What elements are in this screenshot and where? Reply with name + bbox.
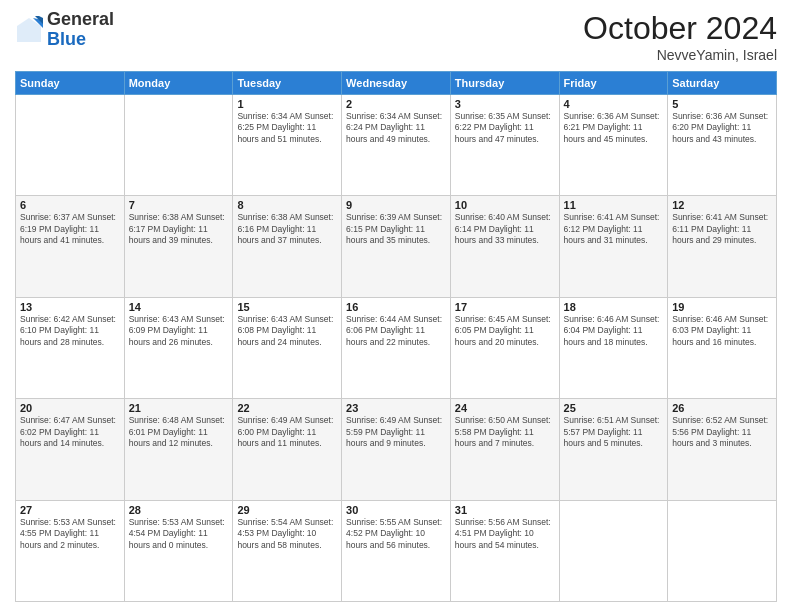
day-number: 6 <box>20 199 120 211</box>
day-number: 9 <box>346 199 446 211</box>
month-title: October 2024 <box>583 10 777 47</box>
day-number: 3 <box>455 98 555 110</box>
day-number: 17 <box>455 301 555 313</box>
day-info: Sunrise: 6:41 AM Sunset: 6:12 PM Dayligh… <box>564 212 664 246</box>
week-row-4: 20Sunrise: 6:47 AM Sunset: 6:02 PM Dayli… <box>16 399 777 500</box>
day-number: 16 <box>346 301 446 313</box>
day-number: 14 <box>129 301 229 313</box>
day-number: 18 <box>564 301 664 313</box>
calendar-cell: 15Sunrise: 6:43 AM Sunset: 6:08 PM Dayli… <box>233 297 342 398</box>
day-info: Sunrise: 5:55 AM Sunset: 4:52 PM Dayligh… <box>346 517 446 551</box>
weekday-header-thursday: Thursday <box>450 72 559 95</box>
day-info: Sunrise: 5:53 AM Sunset: 4:54 PM Dayligh… <box>129 517 229 551</box>
calendar-cell: 8Sunrise: 6:38 AM Sunset: 6:16 PM Daylig… <box>233 196 342 297</box>
calendar-cell: 23Sunrise: 6:49 AM Sunset: 5:59 PM Dayli… <box>342 399 451 500</box>
day-info: Sunrise: 6:48 AM Sunset: 6:01 PM Dayligh… <box>129 415 229 449</box>
calendar-cell: 11Sunrise: 6:41 AM Sunset: 6:12 PM Dayli… <box>559 196 668 297</box>
weekday-header-monday: Monday <box>124 72 233 95</box>
calendar-cell <box>559 500 668 601</box>
week-row-5: 27Sunrise: 5:53 AM Sunset: 4:55 PM Dayli… <box>16 500 777 601</box>
header: General Blue October 2024 NevveYamin, Is… <box>15 10 777 63</box>
calendar-cell: 28Sunrise: 5:53 AM Sunset: 4:54 PM Dayli… <box>124 500 233 601</box>
logo-general: General <box>47 9 114 29</box>
day-number: 2 <box>346 98 446 110</box>
day-number: 27 <box>20 504 120 516</box>
day-info: Sunrise: 6:36 AM Sunset: 6:21 PM Dayligh… <box>564 111 664 145</box>
day-number: 12 <box>672 199 772 211</box>
calendar-cell: 26Sunrise: 6:52 AM Sunset: 5:56 PM Dayli… <box>668 399 777 500</box>
day-info: Sunrise: 6:41 AM Sunset: 6:11 PM Dayligh… <box>672 212 772 246</box>
calendar-cell: 1Sunrise: 6:34 AM Sunset: 6:25 PM Daylig… <box>233 95 342 196</box>
logo: General Blue <box>15 10 114 50</box>
day-info: Sunrise: 6:35 AM Sunset: 6:22 PM Dayligh… <box>455 111 555 145</box>
calendar-cell: 10Sunrise: 6:40 AM Sunset: 6:14 PM Dayli… <box>450 196 559 297</box>
calendar-cell: 13Sunrise: 6:42 AM Sunset: 6:10 PM Dayli… <box>16 297 125 398</box>
logo-icon <box>15 16 43 44</box>
title-block: October 2024 NevveYamin, Israel <box>583 10 777 63</box>
day-number: 28 <box>129 504 229 516</box>
calendar-cell: 29Sunrise: 5:54 AM Sunset: 4:53 PM Dayli… <box>233 500 342 601</box>
day-number: 15 <box>237 301 337 313</box>
day-info: Sunrise: 5:56 AM Sunset: 4:51 PM Dayligh… <box>455 517 555 551</box>
day-info: Sunrise: 6:46 AM Sunset: 6:03 PM Dayligh… <box>672 314 772 348</box>
calendar-cell: 18Sunrise: 6:46 AM Sunset: 6:04 PM Dayli… <box>559 297 668 398</box>
weekday-header-saturday: Saturday <box>668 72 777 95</box>
day-number: 24 <box>455 402 555 414</box>
calendar-cell: 27Sunrise: 5:53 AM Sunset: 4:55 PM Dayli… <box>16 500 125 601</box>
day-number: 1 <box>237 98 337 110</box>
calendar-cell: 22Sunrise: 6:49 AM Sunset: 6:00 PM Dayli… <box>233 399 342 500</box>
calendar-cell: 12Sunrise: 6:41 AM Sunset: 6:11 PM Dayli… <box>668 196 777 297</box>
weekday-header-sunday: Sunday <box>16 72 125 95</box>
day-info: Sunrise: 6:38 AM Sunset: 6:16 PM Dayligh… <box>237 212 337 246</box>
calendar-cell <box>668 500 777 601</box>
day-number: 20 <box>20 402 120 414</box>
day-number: 29 <box>237 504 337 516</box>
calendar-cell: 7Sunrise: 6:38 AM Sunset: 6:17 PM Daylig… <box>124 196 233 297</box>
day-number: 21 <box>129 402 229 414</box>
day-info: Sunrise: 6:38 AM Sunset: 6:17 PM Dayligh… <box>129 212 229 246</box>
weekday-header-wednesday: Wednesday <box>342 72 451 95</box>
day-info: Sunrise: 6:34 AM Sunset: 6:24 PM Dayligh… <box>346 111 446 145</box>
weekday-header-row: SundayMondayTuesdayWednesdayThursdayFrid… <box>16 72 777 95</box>
day-number: 22 <box>237 402 337 414</box>
calendar-cell: 2Sunrise: 6:34 AM Sunset: 6:24 PM Daylig… <box>342 95 451 196</box>
calendar-cell: 3Sunrise: 6:35 AM Sunset: 6:22 PM Daylig… <box>450 95 559 196</box>
weekday-header-tuesday: Tuesday <box>233 72 342 95</box>
calendar-cell: 17Sunrise: 6:45 AM Sunset: 6:05 PM Dayli… <box>450 297 559 398</box>
calendar-cell: 6Sunrise: 6:37 AM Sunset: 6:19 PM Daylig… <box>16 196 125 297</box>
day-number: 10 <box>455 199 555 211</box>
day-info: Sunrise: 6:43 AM Sunset: 6:09 PM Dayligh… <box>129 314 229 348</box>
calendar-cell <box>124 95 233 196</box>
logo-blue: Blue <box>47 29 86 49</box>
day-number: 8 <box>237 199 337 211</box>
day-info: Sunrise: 6:50 AM Sunset: 5:58 PM Dayligh… <box>455 415 555 449</box>
day-number: 30 <box>346 504 446 516</box>
calendar-cell: 4Sunrise: 6:36 AM Sunset: 6:21 PM Daylig… <box>559 95 668 196</box>
day-number: 25 <box>564 402 664 414</box>
calendar-cell: 9Sunrise: 6:39 AM Sunset: 6:15 PM Daylig… <box>342 196 451 297</box>
day-info: Sunrise: 6:47 AM Sunset: 6:02 PM Dayligh… <box>20 415 120 449</box>
day-info: Sunrise: 6:45 AM Sunset: 6:05 PM Dayligh… <box>455 314 555 348</box>
calendar-cell: 24Sunrise: 6:50 AM Sunset: 5:58 PM Dayli… <box>450 399 559 500</box>
calendar-cell: 19Sunrise: 6:46 AM Sunset: 6:03 PM Dayli… <box>668 297 777 398</box>
week-row-1: 1Sunrise: 6:34 AM Sunset: 6:25 PM Daylig… <box>16 95 777 196</box>
calendar-cell: 14Sunrise: 6:43 AM Sunset: 6:09 PM Dayli… <box>124 297 233 398</box>
day-number: 23 <box>346 402 446 414</box>
day-number: 19 <box>672 301 772 313</box>
day-info: Sunrise: 6:46 AM Sunset: 6:04 PM Dayligh… <box>564 314 664 348</box>
day-info: Sunrise: 6:40 AM Sunset: 6:14 PM Dayligh… <box>455 212 555 246</box>
day-number: 31 <box>455 504 555 516</box>
day-info: Sunrise: 6:36 AM Sunset: 6:20 PM Dayligh… <box>672 111 772 145</box>
logo-text: General Blue <box>47 10 114 50</box>
day-info: Sunrise: 6:42 AM Sunset: 6:10 PM Dayligh… <box>20 314 120 348</box>
week-row-2: 6Sunrise: 6:37 AM Sunset: 6:19 PM Daylig… <box>16 196 777 297</box>
day-info: Sunrise: 6:49 AM Sunset: 5:59 PM Dayligh… <box>346 415 446 449</box>
day-number: 4 <box>564 98 664 110</box>
calendar-cell: 16Sunrise: 6:44 AM Sunset: 6:06 PM Dayli… <box>342 297 451 398</box>
day-number: 13 <box>20 301 120 313</box>
day-info: Sunrise: 6:43 AM Sunset: 6:08 PM Dayligh… <box>237 314 337 348</box>
day-info: Sunrise: 6:39 AM Sunset: 6:15 PM Dayligh… <box>346 212 446 246</box>
day-number: 5 <box>672 98 772 110</box>
calendar-cell: 30Sunrise: 5:55 AM Sunset: 4:52 PM Dayli… <box>342 500 451 601</box>
day-info: Sunrise: 5:54 AM Sunset: 4:53 PM Dayligh… <box>237 517 337 551</box>
